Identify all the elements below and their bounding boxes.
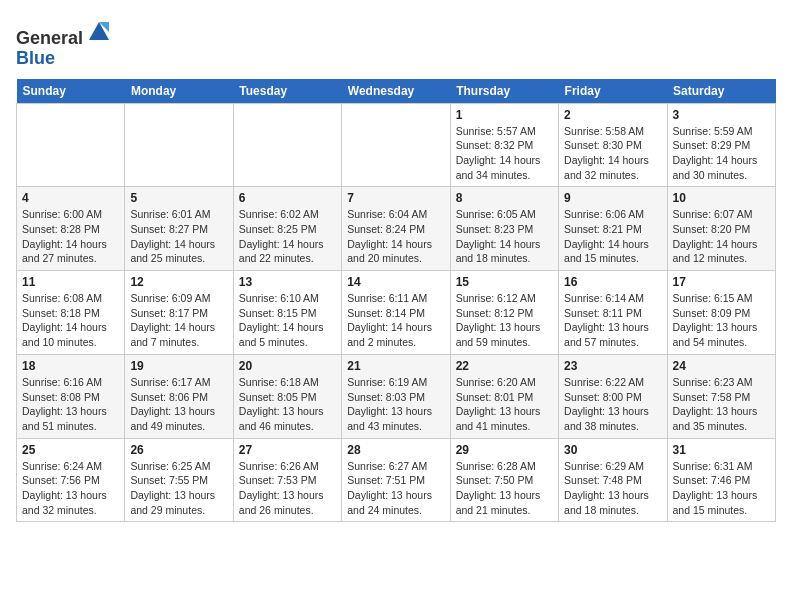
- day-detail: Sunrise: 6:07 AMSunset: 8:20 PMDaylight:…: [673, 207, 770, 266]
- logo: General Blue: [16, 16, 113, 69]
- calendar-cell: 23Sunrise: 6:22 AMSunset: 8:00 PMDayligh…: [559, 354, 667, 438]
- calendar-cell: 5Sunrise: 6:01 AMSunset: 8:27 PMDaylight…: [125, 187, 233, 271]
- calendar-cell: 7Sunrise: 6:04 AMSunset: 8:24 PMDaylight…: [342, 187, 450, 271]
- calendar-week-row: 4Sunrise: 6:00 AMSunset: 8:28 PMDaylight…: [17, 187, 776, 271]
- day-number: 16: [564, 275, 661, 289]
- calendar-cell: 13Sunrise: 6:10 AMSunset: 8:15 PMDayligh…: [233, 271, 341, 355]
- day-detail: Sunrise: 6:01 AMSunset: 8:27 PMDaylight:…: [130, 207, 227, 266]
- calendar-cell: 25Sunrise: 6:24 AMSunset: 7:56 PMDayligh…: [17, 438, 125, 522]
- day-detail: Sunrise: 6:26 AMSunset: 7:53 PMDaylight:…: [239, 459, 336, 518]
- calendar-cell: [125, 103, 233, 187]
- calendar-cell: 31Sunrise: 6:31 AMSunset: 7:46 PMDayligh…: [667, 438, 775, 522]
- header: General Blue: [16, 16, 776, 69]
- calendar-week-row: 18Sunrise: 6:16 AMSunset: 8:08 PMDayligh…: [17, 354, 776, 438]
- day-number: 12: [130, 275, 227, 289]
- header-day-wednesday: Wednesday: [342, 79, 450, 104]
- day-detail: Sunrise: 6:12 AMSunset: 8:12 PMDaylight:…: [456, 291, 553, 350]
- day-detail: Sunrise: 6:10 AMSunset: 8:15 PMDaylight:…: [239, 291, 336, 350]
- day-number: 10: [673, 191, 770, 205]
- logo-icon: [85, 16, 113, 44]
- calendar-cell: 12Sunrise: 6:09 AMSunset: 8:17 PMDayligh…: [125, 271, 233, 355]
- calendar-cell: 24Sunrise: 6:23 AMSunset: 7:58 PMDayligh…: [667, 354, 775, 438]
- day-number: 22: [456, 359, 553, 373]
- calendar-header-row: SundayMondayTuesdayWednesdayThursdayFrid…: [17, 79, 776, 104]
- day-detail: Sunrise: 6:09 AMSunset: 8:17 PMDaylight:…: [130, 291, 227, 350]
- calendar-cell: 16Sunrise: 6:14 AMSunset: 8:11 PMDayligh…: [559, 271, 667, 355]
- day-number: 25: [22, 443, 119, 457]
- day-detail: Sunrise: 6:25 AMSunset: 7:55 PMDaylight:…: [130, 459, 227, 518]
- day-number: 6: [239, 191, 336, 205]
- day-number: 4: [22, 191, 119, 205]
- day-number: 5: [130, 191, 227, 205]
- day-number: 14: [347, 275, 444, 289]
- day-detail: Sunrise: 6:27 AMSunset: 7:51 PMDaylight:…: [347, 459, 444, 518]
- calendar-cell: 21Sunrise: 6:19 AMSunset: 8:03 PMDayligh…: [342, 354, 450, 438]
- day-number: 18: [22, 359, 119, 373]
- day-number: 2: [564, 108, 661, 122]
- day-detail: Sunrise: 5:57 AMSunset: 8:32 PMDaylight:…: [456, 124, 553, 183]
- day-detail: Sunrise: 6:20 AMSunset: 8:01 PMDaylight:…: [456, 375, 553, 434]
- calendar-cell: 4Sunrise: 6:00 AMSunset: 8:28 PMDaylight…: [17, 187, 125, 271]
- calendar-table: SundayMondayTuesdayWednesdayThursdayFrid…: [16, 79, 776, 523]
- header-day-friday: Friday: [559, 79, 667, 104]
- day-number: 15: [456, 275, 553, 289]
- day-number: 13: [239, 275, 336, 289]
- day-number: 11: [22, 275, 119, 289]
- day-number: 27: [239, 443, 336, 457]
- day-detail: Sunrise: 6:02 AMSunset: 8:25 PMDaylight:…: [239, 207, 336, 266]
- logo-general: General: [16, 28, 83, 48]
- calendar-cell: 14Sunrise: 6:11 AMSunset: 8:14 PMDayligh…: [342, 271, 450, 355]
- day-detail: Sunrise: 6:23 AMSunset: 7:58 PMDaylight:…: [673, 375, 770, 434]
- header-day-saturday: Saturday: [667, 79, 775, 104]
- day-number: 17: [673, 275, 770, 289]
- calendar-cell: 1Sunrise: 5:57 AMSunset: 8:32 PMDaylight…: [450, 103, 558, 187]
- day-number: 19: [130, 359, 227, 373]
- day-detail: Sunrise: 6:28 AMSunset: 7:50 PMDaylight:…: [456, 459, 553, 518]
- day-number: 3: [673, 108, 770, 122]
- day-detail: Sunrise: 6:16 AMSunset: 8:08 PMDaylight:…: [22, 375, 119, 434]
- calendar-cell: 28Sunrise: 6:27 AMSunset: 7:51 PMDayligh…: [342, 438, 450, 522]
- calendar-cell: 20Sunrise: 6:18 AMSunset: 8:05 PMDayligh…: [233, 354, 341, 438]
- calendar-cell: 18Sunrise: 6:16 AMSunset: 8:08 PMDayligh…: [17, 354, 125, 438]
- calendar-cell: 6Sunrise: 6:02 AMSunset: 8:25 PMDaylight…: [233, 187, 341, 271]
- logo-blue: Blue: [16, 48, 55, 68]
- day-number: 23: [564, 359, 661, 373]
- day-number: 20: [239, 359, 336, 373]
- calendar-cell: 9Sunrise: 6:06 AMSunset: 8:21 PMDaylight…: [559, 187, 667, 271]
- day-detail: Sunrise: 6:22 AMSunset: 8:00 PMDaylight:…: [564, 375, 661, 434]
- day-number: 26: [130, 443, 227, 457]
- day-detail: Sunrise: 6:08 AMSunset: 8:18 PMDaylight:…: [22, 291, 119, 350]
- header-day-monday: Monday: [125, 79, 233, 104]
- calendar-cell: 17Sunrise: 6:15 AMSunset: 8:09 PMDayligh…: [667, 271, 775, 355]
- day-number: 28: [347, 443, 444, 457]
- header-day-tuesday: Tuesday: [233, 79, 341, 104]
- day-detail: Sunrise: 6:06 AMSunset: 8:21 PMDaylight:…: [564, 207, 661, 266]
- calendar-cell: 3Sunrise: 5:59 AMSunset: 8:29 PMDaylight…: [667, 103, 775, 187]
- day-detail: Sunrise: 5:58 AMSunset: 8:30 PMDaylight:…: [564, 124, 661, 183]
- day-number: 8: [456, 191, 553, 205]
- logo-text: General Blue: [16, 16, 113, 69]
- calendar-cell: 29Sunrise: 6:28 AMSunset: 7:50 PMDayligh…: [450, 438, 558, 522]
- day-detail: Sunrise: 6:17 AMSunset: 8:06 PMDaylight:…: [130, 375, 227, 434]
- day-detail: Sunrise: 6:00 AMSunset: 8:28 PMDaylight:…: [22, 207, 119, 266]
- calendar-cell: [342, 103, 450, 187]
- calendar-cell: 30Sunrise: 6:29 AMSunset: 7:48 PMDayligh…: [559, 438, 667, 522]
- calendar-week-row: 25Sunrise: 6:24 AMSunset: 7:56 PMDayligh…: [17, 438, 776, 522]
- day-detail: Sunrise: 6:05 AMSunset: 8:23 PMDaylight:…: [456, 207, 553, 266]
- calendar-week-row: 11Sunrise: 6:08 AMSunset: 8:18 PMDayligh…: [17, 271, 776, 355]
- calendar-cell: 26Sunrise: 6:25 AMSunset: 7:55 PMDayligh…: [125, 438, 233, 522]
- day-number: 7: [347, 191, 444, 205]
- calendar-cell: [233, 103, 341, 187]
- calendar-cell: 22Sunrise: 6:20 AMSunset: 8:01 PMDayligh…: [450, 354, 558, 438]
- day-detail: Sunrise: 6:19 AMSunset: 8:03 PMDaylight:…: [347, 375, 444, 434]
- calendar-cell: 15Sunrise: 6:12 AMSunset: 8:12 PMDayligh…: [450, 271, 558, 355]
- day-number: 9: [564, 191, 661, 205]
- day-detail: Sunrise: 6:31 AMSunset: 7:46 PMDaylight:…: [673, 459, 770, 518]
- day-detail: Sunrise: 6:11 AMSunset: 8:14 PMDaylight:…: [347, 291, 444, 350]
- day-number: 21: [347, 359, 444, 373]
- day-number: 24: [673, 359, 770, 373]
- day-detail: Sunrise: 5:59 AMSunset: 8:29 PMDaylight:…: [673, 124, 770, 183]
- calendar-cell: 8Sunrise: 6:05 AMSunset: 8:23 PMDaylight…: [450, 187, 558, 271]
- calendar-cell: 11Sunrise: 6:08 AMSunset: 8:18 PMDayligh…: [17, 271, 125, 355]
- calendar-cell: 19Sunrise: 6:17 AMSunset: 8:06 PMDayligh…: [125, 354, 233, 438]
